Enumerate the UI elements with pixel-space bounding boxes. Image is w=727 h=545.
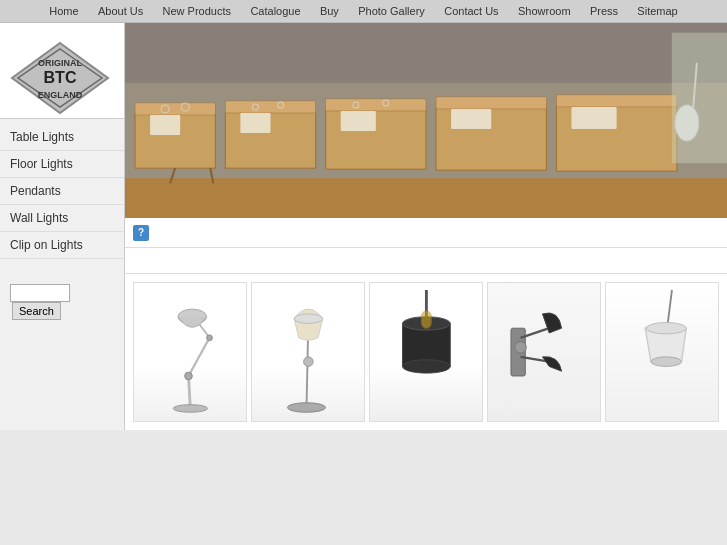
sidebar-item-floor-lights[interactable]: Floor Lights xyxy=(0,151,124,178)
sidebar: ORIGINAL BTC ENGLAND Table Lights Floor … xyxy=(0,23,125,430)
nav-links: Home About Us New Products Catalogue Buy… xyxy=(0,4,727,18)
svg-rect-7 xyxy=(125,178,727,218)
svg-rect-17 xyxy=(556,95,676,107)
sidebar-item-table-lights[interactable]: Table Lights xyxy=(0,124,124,151)
svg-rect-9 xyxy=(135,103,215,115)
svg-rect-31 xyxy=(451,109,491,129)
question-icon[interactable]: ? xyxy=(133,225,149,241)
lamp-svg-5 xyxy=(612,290,713,414)
sidebar-item-wall-lights[interactable]: Wall Lights xyxy=(0,205,124,232)
top-navigation: Home About Us New Products Catalogue Buy… xyxy=(0,0,727,23)
spacer xyxy=(125,248,727,263)
hero-banner xyxy=(125,23,727,218)
nav-new-products[interactable]: New Products xyxy=(155,5,239,17)
svg-point-54 xyxy=(646,322,686,333)
product-image-3 xyxy=(370,283,482,421)
content-area: ? xyxy=(125,23,727,430)
nav-home[interactable]: Home xyxy=(41,5,86,17)
product-grid xyxy=(125,273,727,430)
svg-point-39 xyxy=(184,372,192,380)
svg-point-42 xyxy=(294,314,323,324)
product-image-1 xyxy=(134,283,246,421)
nav-contact[interactable]: Contact Us xyxy=(436,5,506,17)
svg-rect-13 xyxy=(326,99,426,111)
product-card-1[interactable] xyxy=(133,282,247,422)
svg-rect-33 xyxy=(672,33,727,163)
svg-point-47 xyxy=(402,360,450,373)
product-card-3[interactable] xyxy=(369,282,483,422)
svg-rect-29 xyxy=(240,113,270,133)
product-card-4[interactable] xyxy=(487,282,601,422)
search-button[interactable]: Search xyxy=(12,302,61,320)
svg-point-44 xyxy=(303,357,313,367)
nav-showroom[interactable]: Showroom xyxy=(510,5,579,17)
svg-rect-6 xyxy=(125,23,727,83)
svg-point-43 xyxy=(287,403,325,413)
svg-line-35 xyxy=(188,338,209,376)
sidebar-item-clip-on-lights[interactable]: Clip on Lights xyxy=(0,232,124,259)
nav-press[interactable]: Press xyxy=(582,5,626,17)
product-image-2 xyxy=(252,283,364,421)
sidebar-navigation: Table Lights Floor Lights Pendants Wall … xyxy=(0,118,124,264)
product-card-2[interactable] xyxy=(251,282,365,422)
nav-sitemap[interactable]: Sitemap xyxy=(629,5,685,17)
nav-catalogue[interactable]: Catalogue xyxy=(242,5,308,17)
svg-text:ENGLAND: ENGLAND xyxy=(38,90,83,100)
logo-area: ORIGINAL BTC ENGLAND xyxy=(0,23,124,118)
nav-photo-gallery[interactable]: Photo Gallery xyxy=(350,5,433,17)
svg-rect-32 xyxy=(571,107,616,129)
lamp-svg-1 xyxy=(140,290,241,414)
svg-rect-28 xyxy=(150,115,180,135)
svg-rect-11 xyxy=(225,101,315,113)
svg-rect-15 xyxy=(436,97,546,109)
svg-point-55 xyxy=(651,357,682,367)
logo: ORIGINAL BTC ENGLAND xyxy=(10,41,90,101)
search-area: Search xyxy=(0,274,124,330)
info-bar: ? xyxy=(125,218,727,248)
svg-rect-30 xyxy=(341,111,376,131)
lamp-svg-3 xyxy=(376,290,477,414)
product-card-5[interactable] xyxy=(605,282,719,422)
svg-point-40 xyxy=(206,335,212,341)
svg-point-38 xyxy=(173,405,207,413)
sidebar-item-pendants[interactable]: Pendants xyxy=(0,178,124,205)
svg-text:BTC: BTC xyxy=(44,69,77,86)
lamp-svg-2 xyxy=(258,290,359,414)
search-input[interactable] xyxy=(10,284,70,302)
main-wrapper: ORIGINAL BTC ENGLAND Table Lights Floor … xyxy=(0,23,727,430)
nav-buy[interactable]: Buy xyxy=(312,5,347,17)
svg-text:ORIGINAL: ORIGINAL xyxy=(38,58,83,68)
lamp-svg-4 xyxy=(494,290,595,414)
svg-rect-48 xyxy=(421,311,431,328)
product-image-4 xyxy=(488,283,600,421)
product-image-5 xyxy=(606,283,718,421)
svg-point-52 xyxy=(514,341,525,352)
nav-about[interactable]: About Us xyxy=(90,5,151,17)
